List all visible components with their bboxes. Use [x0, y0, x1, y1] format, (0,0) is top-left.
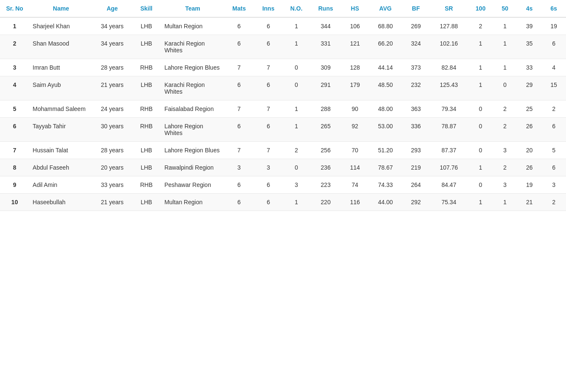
cell-hs: 106	[342, 17, 369, 35]
cell-skill: LHB	[132, 35, 161, 59]
cell-team: Rawalpindi Region	[161, 159, 224, 176]
cell-no: 0	[283, 59, 310, 76]
cell-team: Multan Region	[161, 194, 224, 211]
cell-50: 3	[493, 142, 517, 159]
cell-no: 1	[283, 35, 310, 59]
cell-100: 2	[468, 17, 493, 35]
cell-avg: 66.20	[368, 35, 403, 59]
col-header-bf: BF	[403, 0, 430, 17]
col-header-sr: SR	[429, 0, 468, 17]
cell-inns: 7	[254, 100, 283, 118]
cell-50: 2	[493, 100, 517, 118]
cell-mats: 6	[224, 35, 253, 59]
cell-name: Hussain Talat	[29, 142, 93, 159]
col-header-hs: HS	[342, 0, 369, 17]
cell-skill: RHB	[132, 176, 161, 194]
cell-6s: 5	[542, 142, 566, 159]
cell-50: 2	[493, 159, 517, 176]
table-row: 7Hussain Talat28 yearsLHBLahore Region B…	[0, 142, 566, 159]
cell-sr: 79.34	[429, 100, 468, 118]
cell-runs: 344	[310, 17, 341, 35]
cell-srno: 3	[0, 59, 29, 76]
col-header-100: 100	[468, 0, 493, 17]
cell-srno: 9	[0, 176, 29, 194]
cell-team: Faisalabad Region	[161, 100, 224, 118]
cell-50: 2	[493, 118, 517, 142]
cell-sr: 102.16	[429, 35, 468, 59]
cell-no: 1	[283, 118, 310, 142]
cell-srno: 4	[0, 76, 29, 100]
cell-mats: 6	[224, 176, 253, 194]
cell-sr: 78.87	[429, 118, 468, 142]
col-header-avg: AVG	[368, 0, 403, 17]
cell-4s: 25	[517, 100, 542, 118]
col-header-name: Name	[29, 0, 93, 17]
cell-50: 1	[493, 35, 517, 59]
cell-50: 1	[493, 194, 517, 211]
cell-6s: 2	[542, 194, 566, 211]
cell-age: 20 years	[93, 159, 131, 176]
col-header-srno: Sr. No	[0, 0, 29, 17]
cell-srno: 6	[0, 118, 29, 142]
cell-runs: 265	[310, 118, 341, 142]
cell-age: 34 years	[93, 17, 131, 35]
cell-mats: 6	[224, 118, 253, 142]
cell-runs: 223	[310, 176, 341, 194]
cell-age: 21 years	[93, 194, 131, 211]
cell-avg: 74.33	[368, 176, 403, 194]
cell-age: 24 years	[93, 100, 131, 118]
cell-runs: 256	[310, 142, 341, 159]
cell-name: Mohammad Saleem	[29, 100, 93, 118]
cell-no: 0	[283, 76, 310, 100]
cell-no: 2	[283, 142, 310, 159]
cell-4s: 20	[517, 142, 542, 159]
cell-hs: 116	[342, 194, 369, 211]
cell-age: 34 years	[93, 35, 131, 59]
cell-6s: 6	[542, 118, 566, 142]
cell-skill: RHB	[132, 118, 161, 142]
table-row: 3Imran Butt28 yearsRHBLahore Region Blue…	[0, 59, 566, 76]
cell-runs: 331	[310, 35, 341, 59]
cell-no: 3	[283, 176, 310, 194]
cell-100: 1	[468, 59, 493, 76]
cell-4s: 19	[517, 176, 542, 194]
cell-age: 30 years	[93, 118, 131, 142]
col-header-50: 50	[493, 0, 517, 17]
cell-age: 28 years	[93, 59, 131, 76]
cell-hs: 74	[342, 176, 369, 194]
cell-runs: 309	[310, 59, 341, 76]
cell-4s: 26	[517, 118, 542, 142]
table-row: 2Shan Masood34 yearsLHBKarachi Region Wh…	[0, 35, 566, 59]
cell-hs: 70	[342, 142, 369, 159]
cell-100: 0	[468, 100, 493, 118]
cell-avg: 44.14	[368, 59, 403, 76]
cell-skill: LHB	[132, 159, 161, 176]
cell-mats: 7	[224, 100, 253, 118]
cell-4s: 39	[517, 17, 542, 35]
cell-skill: RHB	[132, 59, 161, 76]
col-header-no: N.O.	[283, 0, 310, 17]
cell-srno: 5	[0, 100, 29, 118]
cell-mats: 7	[224, 59, 253, 76]
cell-name: Haseebullah	[29, 194, 93, 211]
table-row: 8Abdul Faseeh20 yearsLHBRawalpindi Regio…	[0, 159, 566, 176]
cell-runs: 288	[310, 100, 341, 118]
cell-team: Karachi Region Whites	[161, 35, 224, 59]
cell-bf: 264	[403, 176, 430, 194]
col-header-team: Team	[161, 0, 224, 17]
col-header-runs: Runs	[310, 0, 341, 17]
cell-avg: 53.00	[368, 118, 403, 142]
cell-mats: 6	[224, 194, 253, 211]
cell-6s: 2	[542, 100, 566, 118]
col-header-skill: Skill	[132, 0, 161, 17]
cell-sr: 87.37	[429, 142, 468, 159]
cell-bf: 336	[403, 118, 430, 142]
col-header-mats: Mats	[224, 0, 253, 17]
cell-inns: 6	[254, 76, 283, 100]
cell-avg: 44.00	[368, 194, 403, 211]
cell-sr: 107.76	[429, 159, 468, 176]
cell-srno: 2	[0, 35, 29, 59]
cell-name: Abdul Faseeh	[29, 159, 93, 176]
cell-4s: 26	[517, 159, 542, 176]
cell-hs: 90	[342, 100, 369, 118]
